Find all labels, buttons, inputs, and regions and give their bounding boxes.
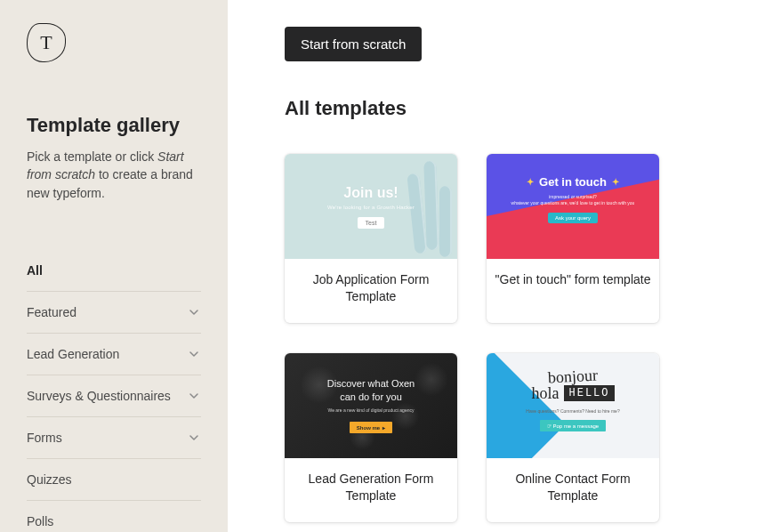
thumb-heading: Join us! [343,185,398,201]
template-grid: Join us! We're looking for a Growth Hack… [285,154,781,522]
template-card[interactable]: bonjour hola HELLO Have questions? Comme… [487,353,659,522]
thumb-heading: Discover what Oxen can do for you [327,377,415,403]
template-thumbnail: bonjour hola HELLO Have questions? Comme… [487,353,659,458]
thumb-sub: We're looking for a Growth Hacker [327,205,415,210]
arrow-right-icon: ▸ [382,424,385,431]
thumb-sub: impressed or surprised? whatever your qu… [511,194,635,206]
category-polls[interactable]: Polls [27,501,201,532]
category-label: Forms [27,431,62,445]
thumb-sub: We are a new kind of digital product age… [328,407,415,413]
template-thumbnail: Discover what Oxen can do for you We are… [285,353,457,458]
sidebar: T Template gallery Pick a template or cl… [0,0,228,532]
sparkle-icon: ✦ [527,177,534,187]
thumb-heading: ✦ Get in touch ✦ [521,175,624,189]
section-title: All templates [285,97,781,120]
template-title: Job Application Form Template [285,259,457,323]
thumb-button: ☞ Pop me a message [540,420,606,431]
thumb-button: Test [358,217,385,229]
chevron-down-icon [187,389,201,403]
sparkle-icon: ✦ [612,177,619,187]
category-label: Featured [27,305,76,319]
template-thumbnail: ✦ Get in touch ✦ impressed or surprised?… [487,154,659,259]
category-label: Surveys & Questionnaires [27,389,171,403]
thumb-word-hello: HELLO [564,385,614,401]
template-title: Online Contact Form Template [487,458,659,522]
category-featured[interactable]: Featured [27,292,201,334]
category-list: All Featured Lead Generation Surveys & Q… [27,250,201,532]
category-label: Quizzes [27,472,72,487]
category-label: Lead Generation [27,347,119,361]
category-all[interactable]: All [27,250,201,292]
template-title: "Get in touch" form template [487,259,659,306]
template-title: Lead Generation Form Template [285,458,457,522]
thumb-word-bonjour: bonjour [547,366,598,387]
thumb-sub: Have questions? Comments? Need to hire m… [526,408,619,414]
template-card[interactable]: Join us! We're looking for a Growth Hack… [285,154,457,323]
category-surveys[interactable]: Surveys & Questionnaires [27,375,201,417]
sidebar-description: Pick a template or click Start from scra… [27,148,201,202]
chevron-down-icon [187,347,201,361]
logo-letter: T [40,31,52,54]
start-from-scratch-button[interactable]: Start from scratch [285,27,422,61]
logo: T [27,23,66,62]
chevron-down-icon [187,305,201,319]
template-thumbnail: Join us! We're looking for a Growth Hack… [285,154,457,259]
main-content: Start from scratch All templates Join us… [228,0,781,532]
chevron-down-icon [187,431,201,445]
template-card[interactable]: ✦ Get in touch ✦ impressed or surprised?… [487,154,659,323]
category-quizzes[interactable]: Quizzes [27,459,201,501]
sidebar-title: Template gallery [27,114,201,137]
category-label: Polls [27,514,53,528]
thumb-button: Show me▸ [350,422,392,433]
category-lead-generation[interactable]: Lead Generation [27,334,201,375]
thumb-button: Ask your query [548,213,598,223]
category-forms[interactable]: Forms [27,417,201,459]
template-card[interactable]: Discover what Oxen can do for you We are… [285,353,457,522]
category-label: All [27,263,43,278]
